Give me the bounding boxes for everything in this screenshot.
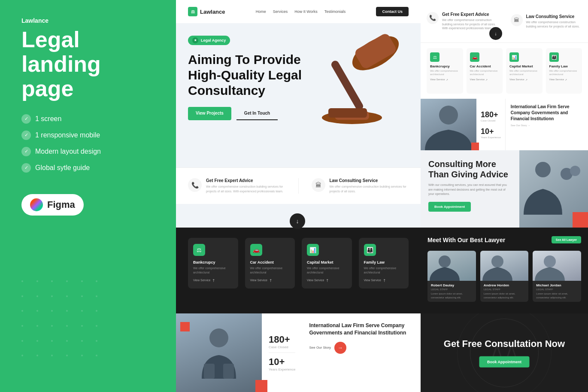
check-icon-4 xyxy=(21,163,31,173)
left-panel: Lawlance Legallanding page 1 screen 1 re… xyxy=(0,0,176,392)
lawyers-grid: Robert Daulay LEGAL STAFF Lorem ipsum do… xyxy=(427,251,581,302)
dark-service-capital: 📊 Capital Market We offer comprehensive … xyxy=(302,238,352,289)
lawyer-card-1: Andrew Horden LEGAL STAFF Lorem ipsum do… xyxy=(480,251,529,302)
book-appointment-button[interactable]: Book Appointment xyxy=(428,202,471,212)
right-stats: 180+ Case Closed 10+ Years Experience xyxy=(476,99,506,150)
cta-book-button[interactable]: Book Appointment xyxy=(479,356,529,368)
stat-cases: 180+ Case Closed xyxy=(269,334,295,349)
right-view-link-3[interactable]: View Service ↗ xyxy=(549,78,579,81)
svg-rect-8 xyxy=(223,364,234,379)
view-service-link-0[interactable]: View Service ↗ xyxy=(193,278,233,283)
top-strip: 📞 Get Free Expert Advice We offer compre… xyxy=(421,0,588,43)
red-accent-square-2 xyxy=(255,380,267,392)
car-icon: 🚗 xyxy=(250,244,262,256)
right-view-link-2[interactable]: View Service ↗ xyxy=(509,78,539,81)
about-section: 180+ Case Closed 10+ Years Experience In… xyxy=(176,313,421,392)
svg-point-6 xyxy=(209,328,228,347)
check-icon-1 xyxy=(21,114,31,124)
arrow-icon-2: ↗ xyxy=(325,277,330,283)
main-area: ⚖ Lawlance Home Services How It Works Te… xyxy=(176,0,588,392)
family-icon: 👨‍👩‍👧 xyxy=(364,244,376,256)
feature-item-1: 1 screen xyxy=(21,114,155,124)
right-bankruptcy-icon: ⚖ xyxy=(430,52,439,62)
about-description: International Law Firm Serve Company Gov… xyxy=(302,313,421,392)
feature-item-3: Modern layout design xyxy=(21,147,155,156)
right-stat-experience: 10+ Years Experience xyxy=(481,127,501,139)
service-text-advice: Get Free Expert Advice We offer comprehe… xyxy=(206,178,285,194)
lawyers-header: Meet With Our Best Lawyer See All Lawyer xyxy=(427,236,581,244)
right-consulting-block: Consulting More Than Giving Advice With … xyxy=(421,150,588,228)
capital-icon: 📊 xyxy=(307,244,319,256)
about-image xyxy=(176,313,262,392)
hero-logo: ⚖ Lawlance xyxy=(188,7,225,16)
consulting-red-accent xyxy=(573,212,588,228)
right-red-accent xyxy=(471,143,479,150)
right-view-link-1[interactable]: View Service ↗ xyxy=(470,78,500,81)
right-photo xyxy=(421,99,476,150)
right-services-grid: ⚖ Bankcrupcy We offer comprehensive arch… xyxy=(421,43,588,99)
strip-text-law: Law Consulting Service We offer comprehe… xyxy=(526,14,582,29)
service-item-consulting: 🏛 Law Consulting Service We offer compre… xyxy=(312,178,409,194)
right-service-car: 🚗 Car Accident We offer comprehensive ar… xyxy=(467,48,503,94)
right-view-link-0[interactable]: View Service ↗ xyxy=(430,78,460,81)
story-arrow-icon: → xyxy=(334,342,346,354)
lawyer-photo-0 xyxy=(427,251,476,281)
cta-title: Get Free Consultation Now xyxy=(429,338,580,349)
consulting-left: Consulting More Than Giving Advice With … xyxy=(421,150,519,228)
services-strip: 📞 Get Free Expert Advice We offer compre… xyxy=(176,167,421,204)
scroll-arrow-right[interactable]: ↓ xyxy=(489,27,502,40)
grid-decoration xyxy=(21,280,107,366)
view-service-link-3[interactable]: View Service ↗ xyxy=(364,278,404,283)
scroll-down-arrow[interactable]: ↓ xyxy=(290,213,305,229)
figma-icon xyxy=(30,198,43,211)
feature-item-4: Global sytle guide xyxy=(21,163,155,173)
feature-item-2: 1 rensponsive mobile xyxy=(21,131,155,140)
logo-icon: ⚖ xyxy=(188,7,197,16)
view-service-link-1[interactable]: View Service ↗ xyxy=(250,278,290,283)
strip-item-law: 🏛 Law Consulting Service We offer compre… xyxy=(505,9,588,34)
svg-point-12 xyxy=(570,166,580,176)
get-in-touch-button[interactable]: Get In Touch xyxy=(236,107,278,120)
check-icon-3 xyxy=(21,147,31,156)
service-text-consulting: Law Consulting Service We offer comprehe… xyxy=(330,178,409,194)
svg-point-13 xyxy=(439,255,451,267)
view-service-link-2[interactable]: View Service ↗ xyxy=(307,278,347,283)
stat-divider xyxy=(269,352,295,353)
lawyer-info-2: Michael Jordan LEGAL STAFF Lorem ipsum d… xyxy=(533,281,581,302)
consulting-image xyxy=(519,150,588,228)
legal-agency-badge: ★ Legal Agency xyxy=(188,36,230,45)
see-all-lawyers-button[interactable]: See All Lawyer xyxy=(552,236,581,243)
dark-service-bankruptcy: ⚖ Bankcrupcy We offer comprehensive arch… xyxy=(188,238,238,289)
bankruptcy-icon: ⚖ xyxy=(193,244,205,256)
hero-body: ★ Legal Agency Aiming To Provide High-Qu… xyxy=(176,23,421,120)
svg-point-14 xyxy=(491,255,503,267)
dark-service-car: 🚗 Car Accident We offer comprehensive ar… xyxy=(245,238,295,289)
hero-buttons: View Projects Get In Touch xyxy=(188,107,308,120)
strip-text-advice: Get Free Expert Advice We offer comprehe… xyxy=(442,12,498,30)
right-service-capital: 📊 Capital Market We offer comprehensive … xyxy=(506,48,543,94)
law-icon: 🏛 xyxy=(511,14,523,26)
cta-content: Get Free Consultation Now Book Appointme… xyxy=(429,338,580,367)
right-lawyers-section: Meet With Our Best Lawyer See All Lawyer… xyxy=(421,228,588,313)
check-icon-2 xyxy=(21,131,31,140)
badge-icon: ★ xyxy=(192,37,198,43)
figma-label: Figma xyxy=(47,199,75,210)
headset-icon: 📞 xyxy=(427,12,439,24)
hero-title: Aiming To Provide High-Quality Legal Con… xyxy=(188,52,308,98)
view-projects-button[interactable]: View Projects xyxy=(188,107,231,120)
right-stat-cases: 180+ Case Closed xyxy=(481,110,501,122)
see-story-link[interactable]: See Our Story → xyxy=(309,342,414,354)
right-about-desc: International Law Firm Serve Company Gov… xyxy=(506,99,588,150)
right-service-family: 👨‍👩‍👧 Family Law We offer comprehensive … xyxy=(546,48,582,94)
headphone-icon: 📞 xyxy=(188,178,202,192)
brand-name: Lawlance xyxy=(21,17,155,24)
lawyer-info-1: Andrew Horden LEGAL STAFF Lorem ipsum do… xyxy=(480,281,529,302)
lawyer-card-2: Michael Jordan LEGAL STAFF Lorem ipsum d… xyxy=(533,251,581,302)
dark-services-section: ⚖ Bankcrupcy We offer comprehensive arch… xyxy=(176,228,421,313)
right-capital-icon: 📊 xyxy=(509,52,519,62)
svg-rect-5 xyxy=(328,108,367,118)
arrow-icon-1: ↗ xyxy=(268,277,273,283)
arrow-icon-3: ↗ xyxy=(382,277,387,283)
about-stats: 180+ Case Closed 10+ Years Experience xyxy=(262,313,302,392)
lawyer-photo-2 xyxy=(533,251,581,281)
